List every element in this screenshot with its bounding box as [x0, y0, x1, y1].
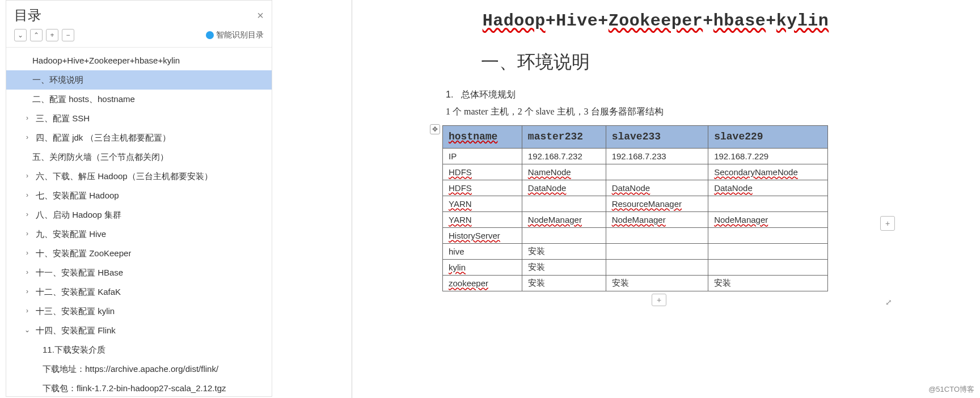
- table-row[interactable]: kylin安装: [443, 259, 828, 275]
- chevron-right-icon[interactable]: ›: [22, 248, 32, 259]
- smart-detect-label: 智能识别目录: [216, 30, 264, 40]
- table-cell[interactable]: 192.168.7.233: [606, 148, 708, 164]
- outline-item[interactable]: 下载地址：https://archive.apache.org/dist/fli…: [6, 359, 272, 379]
- heading-1: 一、环境说明: [436, 33, 876, 86]
- table-header[interactable]: slave229: [708, 125, 828, 148]
- close-icon[interactable]: ×: [257, 9, 264, 22]
- chevron-down-icon[interactable]: ⌄: [22, 325, 32, 336]
- outline-item[interactable]: ⌄十四、安装配置 Flink: [6, 321, 272, 340]
- table-cell[interactable]: 192.168.7.232: [522, 148, 606, 164]
- outline-item[interactable]: ›十一、安装配置 HBase: [6, 263, 272, 282]
- outline-label: 六、下载、解压 Hadoop（三台主机都要安装）: [36, 170, 213, 183]
- chevron-right-icon[interactable]: ›: [22, 306, 32, 316]
- outline-item[interactable]: ›六、下载、解压 Hadoop（三台主机都要安装）: [6, 167, 272, 186]
- chevron-right-icon[interactable]: ›: [22, 171, 32, 181]
- outline-label: 三、配置 SSH: [36, 112, 90, 125]
- outline-label: Hadoop+Hive+Zookeeper+hbase+kylin: [32, 54, 180, 67]
- outline-item[interactable]: Hadoop+Hive+Zookeeper+hbase+kylin: [6, 51, 272, 70]
- env-table[interactable]: hostnamemaster232slave233slave229IP192.1…: [442, 125, 828, 291]
- chevron-right-icon[interactable]: ›: [22, 228, 32, 239]
- table-cell[interactable]: NodeManager: [606, 211, 708, 227]
- table-header[interactable]: slave233: [606, 125, 708, 148]
- outline-list[interactable]: Hadoop+Hive+Zookeeper+hbase+kylin一、环境说明二…: [6, 47, 272, 396]
- table-cell[interactable]: [708, 243, 828, 259]
- table-row[interactable]: zookeeper安装安装安装: [443, 275, 828, 291]
- table-cell[interactable]: DataNode: [522, 180, 606, 196]
- outline-item[interactable]: ›十二、安装配置 KafaK: [6, 282, 272, 302]
- add-row-button[interactable]: +: [652, 294, 666, 306]
- table-cell[interactable]: SecondaryNameNode: [708, 164, 828, 180]
- table-cell[interactable]: 安装: [522, 275, 606, 291]
- table-cell[interactable]: [708, 259, 828, 275]
- table-cell[interactable]: YARN: [443, 196, 522, 211]
- outline-item[interactable]: ›三、配置 SSH: [6, 109, 272, 128]
- table-cell[interactable]: [708, 196, 828, 211]
- table-row[interactable]: HDFSDataNodeDataNodeDataNode: [443, 180, 828, 196]
- table-cell[interactable]: zookeeper: [443, 275, 522, 291]
- table-cell[interactable]: [708, 227, 828, 243]
- table-header[interactable]: hostname: [443, 125, 522, 148]
- table-cell[interactable]: HistoryServer: [443, 227, 522, 243]
- table-cell[interactable]: 安装: [522, 243, 606, 259]
- table-cell[interactable]: 安装: [708, 275, 828, 291]
- table-cell[interactable]: [606, 243, 708, 259]
- add-column-button[interactable]: +: [880, 216, 895, 231]
- outline-item[interactable]: ›七、安装配置 Hadoop: [6, 186, 272, 205]
- table-cell[interactable]: 安装: [606, 275, 708, 291]
- table-row[interactable]: hive安装: [443, 243, 828, 259]
- table-cell[interactable]: kylin: [443, 259, 522, 275]
- table-cell[interactable]: [522, 196, 606, 211]
- table-cell[interactable]: [606, 259, 708, 275]
- add-level-button[interactable]: +: [46, 29, 58, 41]
- table-cell[interactable]: hive: [443, 243, 522, 259]
- outline-item[interactable]: 二、配置 hosts、hostname: [6, 90, 272, 109]
- table-cell[interactable]: ResourceManager: [606, 196, 708, 211]
- expand-table-icon[interactable]: ⤢: [882, 296, 895, 308]
- outline-item[interactable]: 一、环境说明: [6, 70, 272, 90]
- outline-item[interactable]: 下载包：flink-1.7.2-bin-hadoop27-scala_2.12.…: [6, 379, 272, 396]
- table-move-handle[interactable]: ✥: [430, 124, 440, 134]
- table-cell[interactable]: 192.168.7.229: [708, 148, 828, 164]
- table-cell[interactable]: DataNode: [606, 180, 708, 196]
- chevron-right-icon[interactable]: ›: [22, 267, 32, 278]
- chevron-right-icon[interactable]: ›: [22, 113, 32, 124]
- outline-label: 八、启动 Hadoop 集群: [36, 208, 121, 222]
- table-cell[interactable]: [522, 227, 606, 243]
- table-cell[interactable]: DataNode: [708, 180, 828, 196]
- table-cell[interactable]: [606, 227, 708, 243]
- outline-item[interactable]: ›四、配置 jdk （三台主机都要配置）: [6, 128, 272, 147]
- table-cell[interactable]: HDFS: [443, 164, 522, 180]
- table-cell[interactable]: NodeManager: [522, 211, 606, 227]
- outline-item[interactable]: ›十三、安装配置 kylin: [6, 302, 272, 321]
- table-cell[interactable]: 安装: [522, 259, 606, 275]
- outline-item[interactable]: ›九、安装配置 Hive: [6, 225, 272, 244]
- chevron-right-icon[interactable]: ›: [22, 286, 32, 297]
- table-row[interactable]: IP192.168.7.232192.168.7.233192.168.7.22…: [443, 148, 828, 164]
- collapse-all-button[interactable]: ⌄: [14, 29, 27, 41]
- expand-up-button[interactable]: ⌃: [30, 29, 43, 41]
- outline-item[interactable]: ›八、启动 Hadoop 集群: [6, 205, 272, 225]
- table-row[interactable]: HistoryServer: [443, 227, 828, 243]
- table-cell[interactable]: NodeManager: [708, 211, 828, 227]
- outline-item[interactable]: 11.下载安装介质: [6, 340, 272, 359]
- table-cell[interactable]: HDFS: [443, 180, 522, 196]
- chevron-right-icon[interactable]: ›: [22, 132, 32, 143]
- document-title: Hadoop+Hive+Zookeeper+hbase+kylin: [436, 0, 876, 33]
- outline-item[interactable]: ›十、安装配置 ZooKeeper: [6, 244, 272, 263]
- outline-label: 七、安装配置 Hadoop: [36, 189, 119, 202]
- chevron-right-icon[interactable]: ›: [22, 209, 32, 220]
- table-cell[interactable]: NameNode: [522, 164, 606, 180]
- table-row[interactable]: HDFSNameNodeSecondaryNameNode: [443, 164, 828, 180]
- table-row[interactable]: YARNResourceManager: [443, 196, 828, 211]
- outline-item[interactable]: 五、关闭防火墙（三个节点都关闭）: [6, 147, 272, 167]
- chevron-right-icon[interactable]: ›: [22, 190, 32, 201]
- outline-label: 11.下载安装介质: [43, 343, 105, 357]
- table-cell[interactable]: [606, 164, 708, 180]
- outline-label: 下载包：flink-1.7.2-bin-hadoop27-scala_2.12.…: [43, 382, 226, 395]
- table-cell[interactable]: YARN: [443, 211, 522, 227]
- table-row[interactable]: YARNNodeManagerNodeManagerNodeManager: [443, 211, 828, 227]
- table-header[interactable]: master232: [522, 125, 606, 148]
- table-cell[interactable]: IP: [443, 148, 522, 164]
- remove-level-button[interactable]: −: [62, 29, 74, 41]
- smart-detect-button[interactable]: 智能识别目录: [206, 30, 264, 40]
